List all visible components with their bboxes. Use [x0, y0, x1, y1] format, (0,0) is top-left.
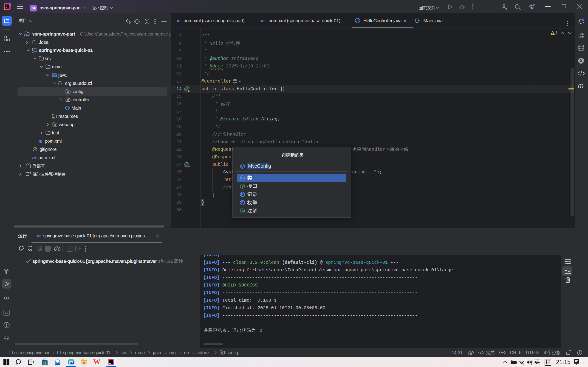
svg-text:C: C: [356, 19, 359, 23]
svg-text:C: C: [241, 164, 244, 168]
svg-text:C: C: [241, 176, 244, 180]
svg-text:I: I: [242, 184, 243, 188]
svg-text:R: R: [241, 192, 244, 196]
svg-text:E: E: [241, 201, 244, 205]
svg-text:X: X: [580, 59, 582, 63]
